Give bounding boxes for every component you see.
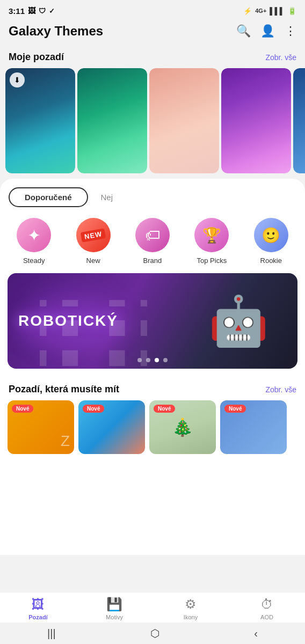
back-button[interactable]: ‹ xyxy=(254,627,258,640)
new-icon-wrap: NEW xyxy=(76,218,111,252)
featured-banner[interactable]: ⠿⠿⠿⠿ ROBOTICKÝ 🤖 xyxy=(8,273,297,369)
ornament-decoration: 🎄 xyxy=(149,400,216,454)
rookie-icon-wrap: 🙂 xyxy=(254,218,288,252)
wallpaper-thumb-2 xyxy=(77,68,147,173)
category-item-rookie[interactable]: 🙂 Rookie xyxy=(248,218,295,265)
wallpaper-thumb-3 xyxy=(149,68,219,173)
dots-pattern: ⠿⠿⠿⠿ xyxy=(40,300,147,369)
banner-title: ROBOTICKÝ xyxy=(18,312,118,330)
new-badge-4: Nové xyxy=(224,405,246,413)
download-badge: ⬇ xyxy=(10,72,25,87)
category-label-brand: Brand xyxy=(143,257,162,265)
wallpaper-scroll: ⬇ xyxy=(0,68,305,175)
new-badge-1: Nové xyxy=(12,405,33,413)
aod-nav-icon: ⏱ xyxy=(260,597,273,612)
thumb-item-4[interactable]: Nové xyxy=(220,400,287,454)
app-title: Galaxy Themes xyxy=(9,24,103,39)
smiley-icon: 🙂 xyxy=(262,226,280,244)
category-label-steady: Steady xyxy=(23,257,45,265)
shield-icon: 🛡 xyxy=(39,7,46,15)
nav-item-icons[interactable]: ⚙ Ikony xyxy=(169,597,212,620)
wallpaper-nav-icon: 🖼 xyxy=(32,597,45,612)
icons-nav-icon: ⚙ xyxy=(185,597,197,612)
must-have-viewall[interactable]: Zobr. vše xyxy=(265,385,296,394)
wallpaper-item[interactable] xyxy=(149,68,219,173)
status-time: 3:11 🖼 🛡 ✓ xyxy=(9,6,55,16)
signal-bars-icon: ▌▌▌ xyxy=(270,7,285,15)
bottom-navigation: 🖼 Pozadí 💾 Motivy ⚙ Ikony ⏱ AOD xyxy=(0,592,305,623)
themes-nav-icon: 💾 xyxy=(106,597,122,612)
wallpaper-thumb-5 xyxy=(293,68,305,173)
dot-2 xyxy=(146,358,150,362)
dot-1 xyxy=(137,358,142,362)
header-actions: 🔍 👤 ⋮ xyxy=(236,24,296,38)
tab-recommended[interactable]: Doporučené xyxy=(9,187,88,207)
category-item-toppicks[interactable]: 🏆 Top Picks xyxy=(188,218,235,265)
bluetooth-icon: ⚡ xyxy=(243,7,252,15)
star-icon: ✦ xyxy=(27,226,41,245)
nav-item-themes[interactable]: 💾 Motivy xyxy=(93,597,136,620)
thumb-decoration: Z xyxy=(61,433,70,450)
nav-label-icons: Ikony xyxy=(184,614,198,620)
nav-label-aod: AOD xyxy=(260,614,273,620)
signal-4g-icon: 4G+ xyxy=(255,8,266,14)
account-icon[interactable]: 👤 xyxy=(260,24,275,38)
must-have-title: Pozadí, která musíte mít xyxy=(9,384,119,395)
my-wallpaper-title: Moje pozadí xyxy=(9,52,64,63)
wallpaper-item[interactable] xyxy=(293,68,305,173)
dot-4 xyxy=(163,358,168,362)
tab-top[interactable]: Nej xyxy=(97,188,118,206)
wallpaper-thumb-4 xyxy=(221,68,291,173)
categories-row: ✦ Steady NEW New 🏷 Brand 🏆 Top Picks xyxy=(0,211,305,273)
scroll-edge xyxy=(0,68,3,175)
robot-image: 🤖 xyxy=(179,273,297,369)
tag-icon: 🏷 xyxy=(145,226,160,244)
wallpaper-item[interactable]: ⬇ xyxy=(5,68,75,173)
system-navigation: ||| ⬡ ‹ xyxy=(0,623,305,644)
tabs-row: Doporučené Nej xyxy=(0,179,305,211)
recents-button[interactable]: ||| xyxy=(47,627,56,640)
my-wallpaper-viewall[interactable]: Zobr. vše xyxy=(265,53,296,62)
banner-pagination xyxy=(137,358,168,362)
dot-3 xyxy=(155,358,159,362)
check-icon: ✓ xyxy=(49,7,55,15)
category-label-toppicks: Top Picks xyxy=(197,257,227,265)
thumb-item-1[interactable]: Nové Z xyxy=(8,400,74,454)
nav-label-themes: Motivy xyxy=(106,614,123,620)
category-item-new[interactable]: NEW New xyxy=(70,218,117,265)
thumbnails-row: Nové Z Nové Nové 🎄 Nové xyxy=(0,400,305,454)
wallpaper-item[interactable] xyxy=(221,68,291,173)
home-button[interactable]: ⬡ xyxy=(150,627,159,640)
bottom-spacer xyxy=(0,454,305,551)
search-icon[interactable]: 🔍 xyxy=(236,24,251,38)
nav-label-wallpaper: Pozadí xyxy=(28,614,47,620)
header: Galaxy Themes 🔍 👤 ⋮ xyxy=(0,19,305,45)
nav-item-aod[interactable]: ⏱ AOD xyxy=(245,597,288,620)
must-have-header: Pozadí, která musíte mít Zobr. vše xyxy=(0,377,305,400)
new-badge-icon: NEW xyxy=(81,228,106,243)
gallery-icon: 🖼 xyxy=(28,6,35,15)
nav-item-wallpaper[interactable]: 🖼 Pozadí xyxy=(17,597,60,620)
my-wallpaper-header: Moje pozadí Zobr. vše xyxy=(0,45,305,68)
category-label-rookie: Rookie xyxy=(260,257,282,265)
thumb-item-2[interactable]: Nové xyxy=(78,400,145,454)
battery-icon: 🔋 xyxy=(288,7,296,15)
steady-icon-wrap: ✦ xyxy=(17,218,51,252)
category-label-new: New xyxy=(86,257,100,265)
brand-icon-wrap: 🏷 xyxy=(135,218,170,252)
category-item-brand[interactable]: 🏷 Brand xyxy=(129,218,176,265)
main-card: Doporučené Nej ✦ Steady NEW New 🏷 Brand xyxy=(0,179,305,555)
trophy-icon: 🏆 xyxy=(202,226,221,244)
new-badge-2: Nové xyxy=(83,405,104,413)
toppicks-icon-wrap: 🏆 xyxy=(194,218,229,252)
wallpaper-item[interactable] xyxy=(77,68,147,173)
more-options-icon[interactable]: ⋮ xyxy=(285,24,296,38)
must-have-section: Pozadí, která musíte mít Zobr. vše Nové … xyxy=(0,377,305,454)
status-icons: ⚡ 4G+ ▌▌▌ 🔋 xyxy=(243,7,296,15)
category-item-steady[interactable]: ✦ Steady xyxy=(10,218,57,265)
thumb-item-3[interactable]: Nové 🎄 xyxy=(149,400,216,454)
status-bar: 3:11 🖼 🛡 ✓ ⚡ 4G+ ▌▌▌ 🔋 xyxy=(0,0,305,19)
